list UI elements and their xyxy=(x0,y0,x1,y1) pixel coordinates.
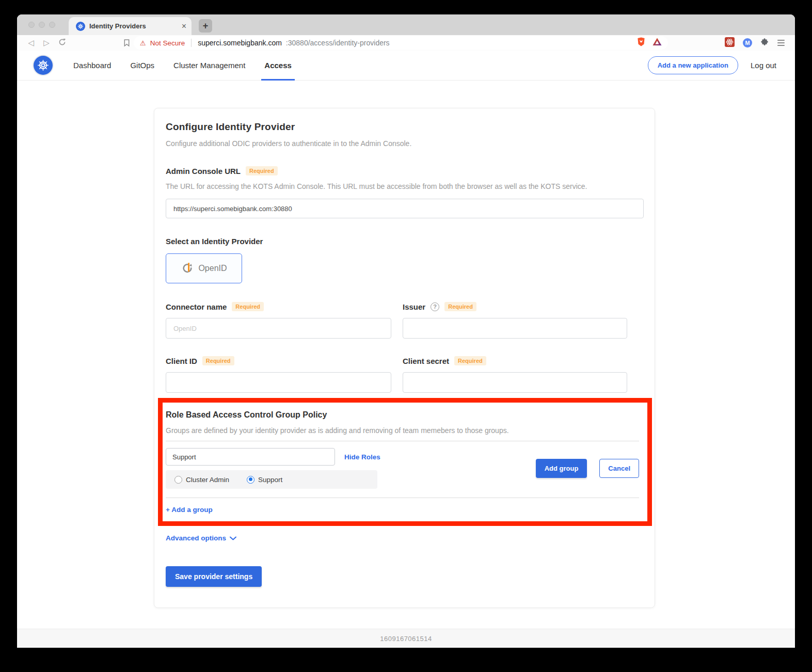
close-window-button[interactable] xyxy=(28,22,35,28)
url-divider xyxy=(191,39,192,47)
window-controls xyxy=(28,22,55,28)
issuer-label: Issuer xyxy=(403,302,425,311)
tab-title: Identity Providers xyxy=(89,22,178,30)
group-editor-row: Hide Roles Cluster Admin Support xyxy=(166,448,639,489)
kubernetes-logo-icon[interactable] xyxy=(34,56,53,75)
radio-selected-icon xyxy=(247,476,254,484)
advanced-options-toggle[interactable]: Advanced options xyxy=(166,533,644,542)
new-tab-button[interactable]: + xyxy=(199,19,212,33)
configure-identity-provider-card: Configure Identity Provider Configure ad… xyxy=(154,108,655,608)
cancel-button[interactable]: Cancel xyxy=(599,459,639,478)
nav-item-dashboard[interactable]: Dashboard xyxy=(72,51,112,81)
browser-tab[interactable]: Identity Providers × xyxy=(69,17,192,35)
bookmark-icon[interactable] xyxy=(119,39,134,47)
tab-strip: Identity Providers × + xyxy=(17,14,795,35)
minimize-window-button[interactable] xyxy=(39,22,45,28)
main-content: Configure Identity Provider Configure ad… xyxy=(17,81,795,629)
group-actions: Add group Cancel xyxy=(536,459,639,478)
maximize-window-button[interactable] xyxy=(49,22,55,28)
issuer-input[interactable] xyxy=(403,318,627,339)
kubernetes-favicon-icon xyxy=(76,22,85,31)
nav-item-gitops[interactable]: GitOps xyxy=(129,51,155,81)
divider xyxy=(166,498,639,498)
required-badge: Required xyxy=(232,302,264,311)
extension-icons: M xyxy=(725,37,789,49)
close-tab-icon[interactable]: × xyxy=(182,22,186,30)
radio-unselected-icon xyxy=(174,476,182,484)
hide-roles-link[interactable]: Hide Roles xyxy=(344,453,380,461)
connector-name-input[interactable] xyxy=(166,318,391,339)
rbac-section-description: Groups are defined by your identity prov… xyxy=(166,426,639,435)
openid-provider-button[interactable]: OpenID xyxy=(166,253,242,283)
role-radio-support[interactable]: Support xyxy=(247,476,282,484)
issuer-help-icon[interactable]: ? xyxy=(431,302,439,311)
connector-name-label: Connector name xyxy=(166,302,227,311)
client-id-label: Client ID xyxy=(166,357,197,365)
client-secret-input[interactable] xyxy=(403,372,627,393)
annotation-highlight-box: Role Based Access Control Group Policy G… xyxy=(158,398,652,526)
logout-link[interactable]: Log out xyxy=(751,61,776,70)
extension-m-avatar[interactable]: M xyxy=(743,38,752,47)
nav-item-access[interactable]: Access xyxy=(263,51,293,81)
select-identity-provider-label: Select an Identity Provider xyxy=(166,237,644,246)
admin-console-url-input[interactable] xyxy=(166,199,644,218)
role-label: Cluster Admin xyxy=(186,476,229,484)
openid-option-label: OpenID xyxy=(198,264,227,273)
nav-item-cluster-management[interactable]: Cluster Management xyxy=(172,51,246,81)
client-id-input[interactable] xyxy=(166,372,391,393)
browser-window: Identity Providers × + ◁ ▷ ⚠ Not Secure … xyxy=(17,14,795,648)
openid-logo-icon xyxy=(181,261,194,276)
role-radio-cluster-admin[interactable]: Cluster Admin xyxy=(174,476,229,484)
add-a-group-link[interactable]: + Add a group xyxy=(166,506,213,514)
back-icon[interactable]: ◁ xyxy=(23,38,39,47)
client-secret-label: Client secret xyxy=(403,357,449,365)
address-bar[interactable]: ⚠ Not Secure superci.somebigbank.com:308… xyxy=(134,36,668,50)
menu-hamburger-icon[interactable] xyxy=(777,40,785,46)
reload-icon[interactable] xyxy=(54,38,70,47)
url-host: superci.somebigbank.com xyxy=(198,39,282,47)
save-provider-settings-button[interactable]: Save provider settings xyxy=(166,566,262,587)
app-navbar: Dashboard GitOps Cluster Management Acce… xyxy=(17,51,795,81)
brave-shield-icon[interactable] xyxy=(637,37,645,49)
footer-timestamp: 1609167061514 xyxy=(17,629,795,648)
admin-console-url-label: Admin Console URL xyxy=(166,167,241,175)
warning-triangle-icon: ⚠ xyxy=(140,39,146,47)
roles-radio-group: Cluster Admin Support xyxy=(166,470,377,489)
required-badge: Required xyxy=(202,356,234,365)
required-badge: Required xyxy=(246,166,278,175)
add-group-button[interactable]: Add group xyxy=(536,459,587,478)
rbac-section-title: Role Based Access Control Group Policy xyxy=(166,410,639,420)
group-name-input[interactable] xyxy=(166,448,335,466)
role-label: Support xyxy=(258,476,282,484)
bat-rewards-icon[interactable] xyxy=(652,38,662,48)
page-title: Configure Identity Provider xyxy=(166,121,644,133)
divider xyxy=(166,441,639,441)
required-badge: Required xyxy=(444,302,476,311)
extension-atom-icon[interactable] xyxy=(725,37,735,49)
browser-toolbar: ◁ ▷ ⚠ Not Secure superci.somebigbank.com… xyxy=(17,35,795,51)
advanced-options-label: Advanced options xyxy=(166,534,226,542)
required-badge: Required xyxy=(454,356,486,365)
admin-console-url-description: The URL for accessing the KOTS Admin Con… xyxy=(166,182,644,190)
not-secure-label[interactable]: Not Secure xyxy=(150,39,185,47)
forward-icon[interactable]: ▷ xyxy=(39,38,54,47)
chevron-down-icon xyxy=(230,533,236,542)
url-path: :30880/access/identity-providers xyxy=(286,39,390,47)
extensions-puzzle-icon[interactable] xyxy=(760,38,769,49)
page-subtitle: Configure additional ODIC providers to a… xyxy=(166,139,644,148)
add-new-application-button[interactable]: Add a new application xyxy=(648,56,738,74)
